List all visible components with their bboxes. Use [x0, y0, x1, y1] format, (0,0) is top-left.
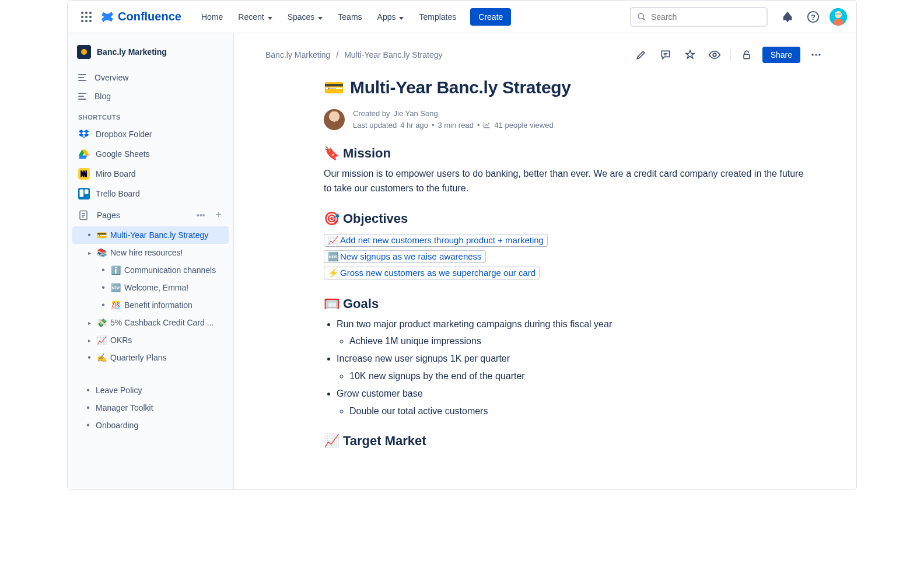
tree-item-label: Welcome, Emma! [124, 283, 188, 292]
page-emoji-icon: ✍️ [97, 353, 107, 362]
search-field[interactable] [651, 12, 761, 22]
goals-list: Run two major product marketing campaign… [324, 317, 814, 419]
goal-subitem: 10K new signups by the end of the quarte… [349, 369, 814, 384]
nav-templates[interactable]: Templates [412, 9, 463, 25]
tree-item[interactable]: ▸📈OKRs [72, 331, 229, 349]
tree-item-label: Multi-Year Banc.ly Strategy [110, 230, 208, 240]
edit-icon[interactable] [632, 46, 650, 64]
bullet-icon[interactable]: • [85, 355, 93, 360]
shortcut-dropbox[interactable]: Dropbox Folder [72, 124, 229, 144]
bullet-icon[interactable]: • [85, 232, 93, 238]
nav-home[interactable]: Home [194, 9, 230, 25]
space-name: Banc.ly Marketing [97, 47, 167, 57]
nav-recent[interactable]: Recent [231, 9, 279, 25]
byline: Created by Jie Yan Song Last updated 4 h… [324, 108, 814, 131]
created-by-label: Created by [353, 108, 390, 120]
drive-icon [78, 148, 90, 160]
tree-item[interactable]: •🎊Benefit information [72, 296, 229, 314]
section-objectives-heading: 🎯 Objectives [324, 211, 814, 226]
section-target-market-heading: 📈 Target Market [324, 433, 814, 449]
page-emoji-icon: 📚 [97, 248, 107, 257]
chevron-right-icon[interactable]: ▸ [85, 250, 93, 256]
author-avatar[interactable] [324, 109, 345, 130]
shortcut-google-sheets[interactable]: Google Sheets [72, 144, 229, 164]
shortcut-miro[interactable]: Miro Board [72, 164, 229, 184]
svg-point-32 [815, 54, 817, 55]
svg-point-9 [638, 13, 643, 19]
goal-item: Increase new user signups 1K per quarter… [337, 352, 814, 384]
svg-point-5 [89, 16, 92, 18]
tree-item[interactable]: •Onboarding [72, 416, 229, 434]
tree-item[interactable]: •ℹ️Communication channels [72, 261, 229, 279]
app-switcher-icon[interactable] [77, 8, 96, 26]
breadcrumb-page[interactable]: Multi-Year Banc.ly Strategy [344, 50, 442, 60]
user-avatar[interactable] [830, 8, 847, 26]
blog-icon [78, 93, 86, 100]
svg-point-33 [818, 54, 820, 55]
nav-spaces[interactable]: Spaces [281, 9, 330, 25]
pages-add-icon[interactable]: + [214, 208, 223, 222]
search-input[interactable] [630, 7, 768, 27]
link-emoji-icon: 📈 [328, 235, 339, 246]
primary-nav: Home Recent Spaces Teams Apps Templates … [194, 8, 511, 26]
tree-item-label: Quarterly Plans [110, 353, 166, 362]
tree-item-label: OKRs [110, 335, 132, 345]
author-name[interactable]: Jie Yan Song [394, 108, 438, 120]
svg-point-1 [85, 12, 88, 14]
tree-item[interactable]: ▸📚New hire resources! [72, 244, 229, 261]
bullet-icon[interactable]: • [99, 302, 107, 308]
share-button[interactable]: Share [762, 47, 800, 63]
create-button[interactable]: Create [470, 8, 511, 26]
objective-link[interactable]: 📈Add net new customers through product +… [324, 234, 548, 247]
svg-rect-30 [744, 54, 750, 59]
pages-more-icon[interactable]: ••• [195, 209, 206, 221]
chevron-right-icon[interactable]: ▸ [85, 337, 93, 344]
more-actions-icon[interactable] [807, 46, 825, 64]
view-count[interactable]: 41 people viewed [494, 120, 553, 131]
space-header[interactable]: Banc.ly Marketing [72, 43, 229, 61]
bullet-icon[interactable]: • [99, 267, 107, 273]
tree-item[interactable]: •Leave Policy [72, 382, 229, 399]
page-emoji-icon: 📈 [97, 335, 107, 345]
goal-subitem: Double our total active customers [349, 404, 814, 419]
tree-item[interactable]: •💳Multi-Year Banc.ly Strategy [72, 226, 229, 244]
tree-item[interactable]: •Manager Toolkit [72, 399, 229, 416]
chevron-right-icon[interactable]: ▸ [85, 320, 93, 326]
page-emoji-icon: 🆕 [111, 283, 121, 292]
comment-icon[interactable] [657, 46, 674, 64]
confluence-logo[interactable]: Confluence [100, 10, 181, 24]
bullet-icon[interactable]: • [99, 285, 107, 290]
bullet-icon: • [84, 422, 92, 428]
page-tree: •💳Multi-Year Banc.ly Strategy▸📚New hire … [72, 226, 229, 366]
tree-item[interactable]: •🆕Welcome, Emma! [72, 279, 229, 296]
svg-point-31 [812, 54, 814, 55]
star-icon[interactable] [681, 46, 699, 64]
overview-icon [78, 74, 86, 81]
space-icon [77, 45, 91, 59]
chevron-down-icon [317, 12, 323, 22]
tree-item-label: Communication channels [124, 265, 216, 275]
sidebar-overview[interactable]: Overview [72, 68, 229, 87]
notifications-icon[interactable] [778, 8, 797, 26]
shortcut-trello[interactable]: Trello Board [72, 184, 229, 204]
mission-body: Our mission is to empower users to do ba… [324, 167, 814, 196]
svg-point-4 [85, 16, 88, 18]
restrictions-icon[interactable] [738, 46, 755, 64]
chevron-down-icon [398, 12, 404, 22]
nav-teams[interactable]: Teams [331, 9, 369, 25]
sidebar-blog[interactable]: Blog [72, 87, 229, 106]
goal-item: Run two major product marketing campaign… [337, 317, 814, 349]
tree-item[interactable]: ▸💸5% Cashback Credit Card ... [72, 314, 229, 331]
goal-item: Grow customer baseDouble our total activ… [337, 387, 814, 419]
breadcrumb-space[interactable]: Banc.ly Marketing [265, 50, 330, 60]
watch-icon[interactable] [706, 46, 723, 64]
dropbox-icon [78, 128, 90, 140]
tree-item[interactable]: •✍️Quarterly Plans [72, 349, 229, 366]
nav-apps[interactable]: Apps [370, 9, 411, 25]
help-icon[interactable]: ? [804, 8, 822, 26]
main-content: Banc.ly Marketing / Multi-Year Banc.ly S… [234, 33, 856, 489]
svg-point-3 [81, 16, 83, 18]
objective-link[interactable]: ⚡Gross new customers as we supercharge o… [324, 267, 540, 279]
objective-link[interactable]: 🆕New signups as we raise awareness [324, 250, 486, 263]
section-mission-heading: 🔖 Mission [324, 146, 814, 161]
